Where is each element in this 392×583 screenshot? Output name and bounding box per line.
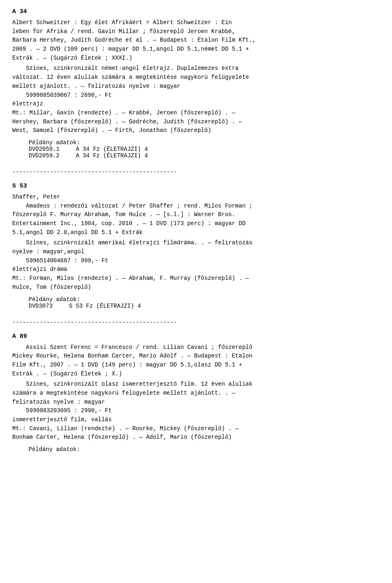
section-a34-description: Színes, szinkronizált német-angol életra…	[12, 64, 380, 135]
section-a34-callnumber: A 34	[12, 8, 380, 15]
divider-1: ----------------------------------------…	[12, 169, 380, 175]
section-s53-peldany: Példány adatok: DVD3073 S 53 Fz (ÉLETRAJ…	[29, 296, 380, 309]
peldany-call: A 34 Fz (ÉLETRAJZI) 4	[76, 152, 148, 159]
peldany-row-dvd2059-1: DVD2059.1 A 34 Fz (ÉLETRAJZI) 4	[29, 146, 380, 152]
peldany-label-a34: Példány adatok:	[29, 139, 380, 146]
section-a89-description: Színes, szinkronizált olasz ismeretterje…	[12, 380, 380, 442]
section-a34: A 34 Albert Schweitzer : Egy élet Afriká…	[12, 8, 380, 159]
page-content: A 34 Albert Schweitzer : Egy élet Afriká…	[12, 8, 380, 453]
peldany-call: S 53 Fz (ÉLETRAJZI) 4	[69, 303, 141, 309]
section-s53-callnumber: S 53	[12, 183, 380, 190]
peldany-label-a89: Példány adatok:	[29, 446, 380, 453]
peldany-id: DVD2059.1	[29, 146, 60, 152]
section-s53-title: Shaffer, Peter Amadeus : rendezői változ…	[12, 193, 380, 237]
section-a89-peldany: Példány adatok:	[29, 446, 380, 453]
divider-2: ----------------------------------------…	[12, 319, 380, 326]
peldany-row-dvd2059-2: DVD2059.2 A 34 Fz (ÉLETRAJZI) 4	[29, 152, 380, 159]
peldany-label-s53: Példány adatok:	[29, 296, 380, 303]
section-s53-description: Színes, szinkrnizált amerikai életrajzi …	[12, 239, 380, 292]
peldany-id: DVD3073	[29, 303, 53, 309]
peldany-id: DVD2059.2	[29, 152, 60, 159]
section-a34-title: Albert Schweitzer : Egy élet Afrikáért =…	[12, 18, 380, 63]
peldany-row-dvd3073: DVD3073 S 53 Fz (ÉLETRAJZI) 4	[29, 303, 380, 309]
section-a34-peldany: Példány adatok: DVD2059.1 A 34 Fz (ÉLETR…	[29, 139, 380, 159]
section-a89-callnumber: A 89	[12, 333, 380, 340]
section-a89: A 89 Assisi Szent Ferenc = Francesco / r…	[12, 333, 380, 453]
peldany-call: A 34 Fz (ÉLETRAJZI) 4	[76, 146, 148, 152]
section-a89-title: Assisi Szent Ferenc = Francesco / rend. …	[12, 343, 380, 379]
section-s53: S 53 Shaffer, Peter Amadeus : rendezői v…	[12, 183, 380, 309]
